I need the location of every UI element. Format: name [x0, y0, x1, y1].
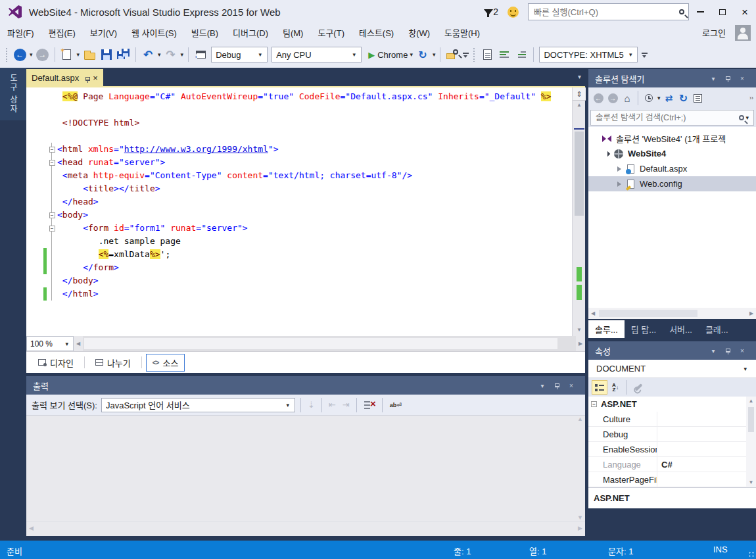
tool-window-tab[interactable]: 서버...: [663, 320, 699, 338]
clear-all-output-icon[interactable]: [364, 401, 375, 410]
previous-message-icon[interactable]: ⇤: [329, 400, 336, 410]
toolbar-grip[interactable]: [5, 47, 9, 62]
tree-expander[interactable]: [603, 152, 612, 156]
back-button[interactable]: ←: [591, 91, 605, 105]
quick-launch-search[interactable]: [528, 3, 689, 20]
minimize-button[interactable]: [689, 3, 711, 20]
character-indicator[interactable]: 문자: 1: [608, 545, 633, 557]
property-row[interactable]: MasterPageFil: [588, 472, 756, 487]
alphabetical-view-button[interactable]: AZ↓: [607, 380, 623, 395]
toolbar-grip-2[interactable]: [473, 47, 476, 62]
window-position-dropdown-icon[interactable]: ▾: [706, 347, 721, 354]
document-outline-button[interactable]: [479, 46, 495, 63]
undo-dropdown[interactable]: ▾: [156, 51, 162, 58]
menu-item[interactable]: 디버그(D): [225, 24, 275, 41]
tree-expander[interactable]: [615, 182, 624, 187]
next-message-icon[interactable]: ⇥: [343, 400, 350, 410]
tab-list-dropdown-icon[interactable]: ▾: [578, 73, 581, 80]
code-editor[interactable]: <%@ Page Language="C#" AutoEventWireup="…: [26, 87, 585, 336]
menu-item[interactable]: 보기(V): [83, 24, 124, 41]
solution-explorer-horizontal-scrollbar[interactable]: ◀ ▶: [588, 308, 756, 319]
toolbar-overflow-button-2[interactable]: [640, 52, 649, 58]
close-button[interactable]: ×: [734, 3, 756, 20]
scroll-left-icon[interactable]: ◀: [26, 525, 36, 531]
tool-window-tab[interactable]: 솔루...: [588, 320, 625, 338]
redo-button[interactable]: ↷: [163, 46, 179, 63]
scroll-right-icon[interactable]: ▶: [575, 525, 585, 531]
editor-zoom-combo[interactable]: 100 %▾: [26, 336, 74, 351]
editor-horizontal-scrollbar[interactable]: [83, 336, 576, 351]
scrollbar-thumb[interactable]: [84, 338, 557, 349]
collapse-category-icon[interactable]: −: [591, 401, 597, 407]
save-all-button[interactable]: [116, 46, 131, 63]
attach-to-process-button[interactable]: [193, 46, 208, 63]
tree-item[interactable]: WebSite4: [588, 146, 756, 161]
fold-toggle-icon[interactable]: −: [49, 212, 55, 218]
scroll-down-icon[interactable]: ▼: [746, 478, 756, 487]
feedback-smiley-icon[interactable]: [508, 7, 519, 18]
navigate-forward-button[interactable]: →: [35, 46, 51, 63]
menu-item[interactable]: 빌드(B): [184, 24, 225, 41]
property-category-row[interactable]: − ASP.NET: [588, 397, 756, 412]
line-indicator[interactable]: 줄: 1: [454, 545, 471, 557]
notification-count[interactable]: 2: [493, 7, 498, 17]
format-document-button[interactable]: [496, 46, 512, 63]
menu-item[interactable]: 도구(T): [310, 24, 352, 41]
tool-window-tab[interactable]: 팀 탐...: [625, 320, 663, 338]
menu-item[interactable]: 웹 사이트(S): [124, 24, 184, 41]
tree-expander[interactable]: [615, 166, 624, 172]
auto-hide-pin-icon[interactable]: [721, 349, 735, 352]
menu-item[interactable]: 창(W): [401, 24, 437, 41]
output-horizontal-scrollbar[interactable]: ◀ ▶: [26, 521, 585, 535]
notifications-filter-icon[interactable]: [484, 9, 493, 15]
undo-button[interactable]: ↶: [140, 46, 156, 63]
editor-vertical-scrollbar[interactable]: ⇕ ▲ ▼: [572, 87, 585, 336]
view-button-design[interactable]: 디자인: [32, 354, 80, 372]
property-row[interactable]: Culture: [588, 412, 756, 427]
tree-item[interactable]: 솔루션 'WebSite4' (1개 프로젝: [588, 131, 756, 146]
fold-toggle-icon[interactable]: −: [49, 147, 55, 153]
word-wrap-icon[interactable]: ab⏎: [390, 402, 402, 408]
sign-in-link[interactable]: 로그인: [702, 26, 726, 39]
auto-hide-pin-icon[interactable]: [550, 383, 564, 387]
scroll-up-icon[interactable]: ▲: [573, 101, 586, 110]
resize-grip[interactable]: [748, 551, 755, 558]
quick-launch-input[interactable]: [532, 7, 679, 18]
property-row[interactable]: Debug: [588, 427, 756, 442]
properties-scrollbar[interactable]: ▲ ▼: [746, 397, 756, 487]
scroll-up-icon[interactable]: ▲: [746, 397, 756, 406]
find-in-files-button[interactable]: [444, 46, 460, 63]
refresh-button[interactable]: ↻: [415, 46, 431, 63]
scrollbar-thumb[interactable]: [575, 132, 584, 216]
menu-item[interactable]: 테스트(S): [352, 24, 401, 41]
insert-mode-indicator[interactable]: INS: [713, 545, 728, 554]
property-row[interactable]: LanguageC#: [588, 457, 756, 472]
close-tab-icon[interactable]: ×: [93, 73, 98, 83]
redo-dropdown[interactable]: ▾: [179, 51, 185, 58]
window-position-dropdown-icon[interactable]: ▾: [706, 75, 721, 82]
save-button[interactable]: [99, 46, 114, 63]
fold-toggle-icon[interactable]: −: [49, 226, 55, 231]
tool-window-tab[interactable]: 클래...: [699, 320, 735, 338]
column-indicator[interactable]: 열: 1: [529, 545, 546, 557]
refresh-dropdown[interactable]: ▾: [431, 51, 437, 58]
scroll-up-icon[interactable]: ▲: [575, 416, 585, 422]
output-title-bar[interactable]: 출력 ▾ ×: [26, 376, 585, 395]
document-tab[interactable]: Default.aspx ×: [26, 69, 103, 86]
output-vertical-scrollbar[interactable]: ▲ ▼: [575, 416, 585, 521]
menu-item[interactable]: 편집(E): [41, 24, 83, 41]
scroll-down-icon[interactable]: ▼: [573, 326, 586, 335]
scroll-right-icon[interactable]: ▶: [747, 310, 756, 316]
toolbox-tab[interactable]: 도구 상자: [0, 68, 26, 120]
close-panel-icon[interactable]: ×: [735, 347, 749, 354]
selected-object-combo[interactable]: DOCUMENT ▾: [588, 360, 756, 378]
browser-target-dropdown[interactable]: ▾: [408, 51, 414, 58]
output-content[interactable]: ▲ ▼: [26, 415, 585, 521]
menu-item[interactable]: 팀(M): [275, 24, 310, 41]
goto-message-icon[interactable]: ⇣: [308, 400, 315, 410]
solution-platforms-combo[interactable]: Any CPU▾: [272, 47, 362, 62]
solution-explorer-title-bar[interactable]: 솔루션 탐색기 ▾ ×: [588, 69, 756, 87]
property-pages-button[interactable]: [630, 380, 646, 395]
tree-item[interactable]: Default.aspx: [588, 161, 756, 176]
properties-title-bar[interactable]: 속성 ▾ ×: [588, 341, 756, 360]
